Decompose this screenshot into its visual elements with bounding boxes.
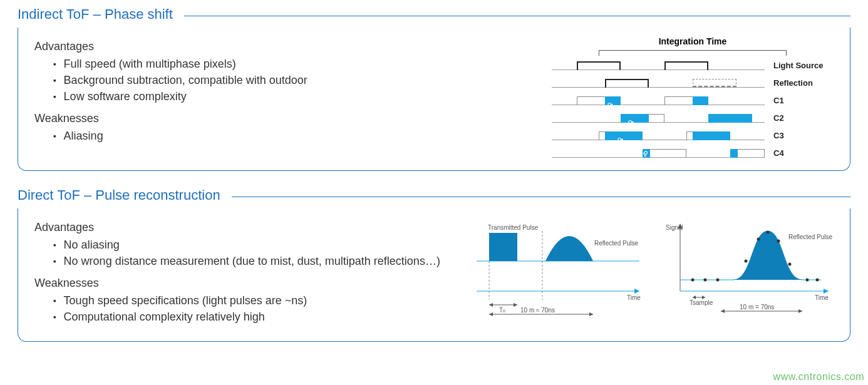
- row-label: C4: [765, 148, 827, 158]
- tx-label: Transmitted Pulse: [488, 224, 539, 231]
- svg-point-20: [716, 279, 720, 282]
- advantages-list: Full speed (with multiphase pixels) Back…: [34, 56, 539, 105]
- tx-rx-pulse-plot: Transmitted Pulse Reflected Pulse Time T…: [470, 217, 646, 317]
- svg-point-27: [816, 279, 819, 282]
- section-card: Advantages No aliasing No wrong distance…: [18, 208, 850, 342]
- section-card: Advantages Full speed (with multiphase p…: [18, 28, 850, 171]
- watermark: www.cntronics.com: [773, 371, 864, 382]
- row-label: C1: [765, 96, 827, 105]
- tsample-label: Tsample: [690, 299, 713, 306]
- rx-label: Reflected Pulse: [788, 234, 832, 240]
- row-label: Light Source: [765, 61, 827, 70]
- list-item: No aliasing: [53, 237, 458, 253]
- span-label: 10 m ≈ 70ns: [520, 307, 555, 314]
- list-item: Tough speed specifications (light pulses…: [53, 292, 458, 309]
- section-title: Direct ToF – Pulse reconstruction: [18, 187, 232, 203]
- list-item: Aliasing: [53, 128, 539, 144]
- integration-time-label: Integration Time: [552, 36, 834, 46]
- rx-label: Reflected Pulse: [594, 240, 638, 247]
- row-label: Reflection: [765, 78, 827, 88]
- timing-row-light-source: Light Source: [552, 56, 834, 74]
- list-item: Computational complexity relatively high: [53, 309, 458, 325]
- q-label: Q₂: [628, 119, 634, 125]
- svg-marker-10: [489, 312, 493, 316]
- advantages-heading: Advantages: [34, 221, 458, 234]
- text-block: Advantages No aliasing No wrong distance…: [34, 217, 458, 332]
- svg-point-22: [757, 238, 760, 241]
- horizontal-rule: [184, 16, 850, 16]
- direct-tof-figure: Transmitted Pulse Reflected Pulse Time T…: [470, 217, 834, 317]
- timing-row-reflection: Reflection: [552, 74, 834, 91]
- weaknesses-heading: Weaknesses: [34, 277, 458, 290]
- svg-point-23: [767, 231, 770, 234]
- advantages-heading: Advantages: [34, 40, 539, 53]
- svg-point-21: [745, 260, 748, 263]
- span-label: 10 m = 70ns: [740, 304, 774, 311]
- section-direct-tof: Direct ToF – Pulse reconstruction Advant…: [18, 187, 850, 342]
- list-item: No wrong distance measurement (due to mi…: [53, 253, 458, 269]
- row-label: C2: [765, 113, 827, 123]
- svg-marker-8: [514, 303, 517, 307]
- q-label: Q₁: [607, 101, 613, 107]
- section-indirect-tof: Indirect ToF – Phase shift Advantages Fu…: [18, 6, 850, 171]
- svg-point-18: [691, 279, 695, 282]
- svg-marker-15: [824, 289, 829, 294]
- signal-axis-label: Signal: [666, 224, 683, 231]
- advantages-list: No aliasing No wrong distance measuremen…: [34, 237, 458, 269]
- timing-row-c3: Q₃ C3: [552, 126, 834, 144]
- svg-marker-32: [721, 309, 725, 313]
- time-axis-label: Time: [627, 294, 641, 301]
- section-header: Indirect ToF – Phase shift: [18, 6, 850, 23]
- svg-point-26: [806, 279, 809, 282]
- timing-diagram-figure: Integration Time Light Source Reflectio: [552, 36, 834, 162]
- weaknesses-list: Tough speed specifications (light pulses…: [34, 292, 458, 325]
- t0-label: T₀: [499, 307, 505, 314]
- section-header: Direct ToF – Pulse reconstruction: [18, 187, 850, 203]
- list-item: Background subtraction, compatible with …: [53, 72, 539, 88]
- row-label: C3: [765, 131, 827, 140]
- integration-bracket: [552, 50, 834, 54]
- svg-point-25: [788, 263, 792, 266]
- svg-marker-5: [634, 289, 639, 294]
- q-label: Q₄: [643, 151, 649, 157]
- text-block: Advantages Full speed (with multiphase p…: [34, 36, 539, 151]
- svg-marker-11: [589, 312, 593, 316]
- svg-point-19: [704, 279, 707, 282]
- horizontal-rule: [232, 197, 850, 197]
- timing-row-c1: Q₁ C1: [552, 91, 834, 109]
- list-item: Low software complexity: [53, 88, 539, 105]
- svg-rect-1: [489, 233, 517, 261]
- svg-point-24: [777, 240, 780, 243]
- svg-marker-33: [798, 309, 802, 313]
- timing-row-c2: Q₂ C2: [552, 109, 834, 126]
- svg-marker-7: [489, 303, 493, 307]
- timing-row-c4: Q₄ C4: [552, 144, 834, 162]
- q-label: Q₃: [617, 136, 623, 142]
- section-title: Indirect ToF – Phase shift: [18, 6, 184, 23]
- weaknesses-list: Aliasing: [34, 128, 539, 144]
- time-axis-label: Time: [815, 294, 829, 301]
- sampled-pulse-plot: Signal Time Reflected Pulse Tsample 10 m…: [664, 217, 834, 317]
- weaknesses-heading: Weaknesses: [34, 112, 539, 125]
- list-item: Full speed (with multiphase pixels): [53, 56, 539, 72]
